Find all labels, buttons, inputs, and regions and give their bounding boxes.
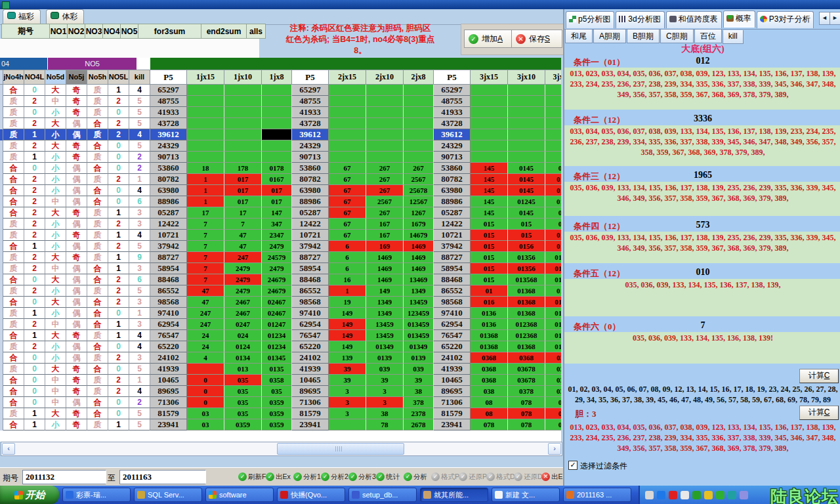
attr-cell[interactable]: 质 xyxy=(3,140,24,152)
attr-cell[interactable]: 质 xyxy=(3,319,24,330)
task-setup_db...[interactable]: setup_db... xyxy=(348,488,417,502)
network-error-icon[interactable] xyxy=(740,491,748,499)
jx-cell[interactable]: 149 xyxy=(329,341,366,352)
attr-cell[interactable]: 合 xyxy=(87,274,108,285)
attr-cell[interactable]: 2 xyxy=(24,118,45,129)
jx-cell[interactable]: 035 xyxy=(224,408,262,419)
attr-cell[interactable]: 质 xyxy=(3,408,24,419)
jx-cell[interactable] xyxy=(262,85,292,96)
attr-cell[interactable]: 1 xyxy=(108,319,129,330)
p5-cell[interactable]: 23941 xyxy=(150,419,187,430)
p5-cell[interactable]: 43728 xyxy=(292,118,329,129)
jx-cell[interactable] xyxy=(366,129,404,140)
attr-cell[interactable]: 合 xyxy=(3,174,24,185)
jx-cell[interactable]: 2678 xyxy=(404,419,434,430)
table-row[interactable]: 合0小偶质23241024013401345241021390139013924… xyxy=(0,352,561,364)
jx-cell[interactable] xyxy=(329,118,366,129)
p5-cell[interactable]: 05287 xyxy=(150,207,187,219)
tab-概率[interactable]: 概率 xyxy=(723,10,755,28)
jx-cell[interactable]: 25678 xyxy=(404,185,434,196)
jx-cell[interactable]: 67 xyxy=(329,230,366,241)
jx-cell[interactable]: 145 xyxy=(471,196,508,207)
attr-cell[interactable]: 0 xyxy=(108,107,129,118)
attr-cell[interactable]: 5 xyxy=(129,408,150,419)
jx-cell[interactable] xyxy=(224,85,262,96)
jx-cell[interactable]: 24679 xyxy=(262,285,292,297)
jx-cell[interactable]: 1349 xyxy=(404,285,434,297)
jx-cell[interactable]: 03 xyxy=(545,364,561,375)
jx-cell[interactable]: 13459 xyxy=(404,297,434,308)
signal-icon[interactable] xyxy=(681,491,689,499)
attr-cell[interactable]: 2 xyxy=(24,319,45,330)
attr-cell[interactable]: 中 xyxy=(45,375,66,386)
jx-cell[interactable]: 013 xyxy=(545,319,561,330)
shield-icon[interactable] xyxy=(692,491,701,499)
tab-P3对子分析[interactable]: P3对子分析 xyxy=(757,11,814,28)
attr-cell[interactable]: 2 xyxy=(129,397,150,408)
attr-cell[interactable]: 合 xyxy=(3,386,24,397)
attr-cell[interactable]: 偶 xyxy=(66,163,87,174)
jx-cell[interactable]: 08 xyxy=(471,408,508,419)
jx-cell[interactable] xyxy=(262,118,292,129)
attr-cell[interactable]: 2 xyxy=(108,375,129,386)
p5-cell[interactable]: 97410 xyxy=(292,308,329,319)
attr-cell[interactable]: 3 xyxy=(129,219,150,230)
jx-cell[interactable]: 0247 xyxy=(224,319,262,330)
p5-cell[interactable]: 97410 xyxy=(150,308,187,319)
jx-cell[interactable]: 01345 xyxy=(262,352,292,364)
jx-cell[interactable]: 2467 xyxy=(224,297,262,308)
jx-cell[interactable]: 0139 xyxy=(404,352,434,364)
jx-cell[interactable] xyxy=(187,364,224,375)
jx-cell[interactable] xyxy=(366,96,404,107)
attr-cell[interactable]: 合 xyxy=(87,397,108,408)
attr-cell[interactable]: 0 xyxy=(108,163,129,174)
attr-cell[interactable]: 大 xyxy=(45,330,66,341)
jx-cell[interactable] xyxy=(187,118,224,129)
jx-cell[interactable]: 039 xyxy=(404,364,434,375)
add-button[interactable]: ✓增加A xyxy=(464,30,514,48)
jx-cell[interactable]: 015 xyxy=(508,219,545,230)
p5-cell[interactable]: 10465 xyxy=(292,375,329,386)
p5-cell[interactable]: 89695 xyxy=(434,386,471,397)
jx-cell[interactable]: 01356 xyxy=(508,263,545,274)
jx-cell[interactable]: 1 xyxy=(187,196,224,207)
attr-cell[interactable]: 2 xyxy=(108,118,129,129)
toolbar-button-2[interactable]: ✓出Ex xyxy=(266,470,291,484)
jx-cell[interactable]: 01356 xyxy=(508,252,545,263)
table-row[interactable]: 合2小偶质21807821017016780782672672567807821… xyxy=(0,174,561,185)
attr-cell[interactable]: 合 xyxy=(3,375,24,386)
jx-cell[interactable]: 39 xyxy=(329,364,366,375)
attr-cell[interactable]: 奇 xyxy=(66,408,87,419)
jx-cell[interactable]: 0 xyxy=(545,163,561,174)
table-row[interactable]: 质2大奇合05243292432924329 xyxy=(0,140,561,152)
jx-cell[interactable] xyxy=(366,140,404,152)
table-row[interactable]: 质2大奇质19887277247245798872761469146988727… xyxy=(0,252,561,263)
task-快播(Qvo...[interactable]: 快播(Qvo... xyxy=(277,488,345,502)
p5-cell[interactable]: 41933 xyxy=(150,107,187,118)
jx-cell[interactable]: 7 xyxy=(187,241,224,252)
attr-cell[interactable]: 中 xyxy=(45,397,66,408)
attr-cell[interactable]: 质 xyxy=(87,107,108,118)
tab-scroll-right-icon[interactable]: ► xyxy=(830,12,840,25)
attr-cell[interactable]: 0 xyxy=(108,140,129,152)
p5-cell[interactable]: 12422 xyxy=(292,219,329,230)
jx-cell[interactable]: 267 xyxy=(366,174,404,185)
scrollbar-thumb[interactable] xyxy=(277,443,404,455)
jx-cell[interactable]: 149 xyxy=(329,308,366,319)
jx-cell[interactable]: 015 xyxy=(471,252,508,263)
attr-cell[interactable]: 合 xyxy=(87,297,108,308)
jx-cell[interactable]: 1 xyxy=(187,174,224,185)
jx-cell[interactable]: 38 xyxy=(366,408,404,419)
toolbar-button-11[interactable]: ✓还原D xyxy=(514,470,543,484)
p5-cell[interactable]: 65220 xyxy=(150,341,187,352)
jx-cell[interactable]: 01368 xyxy=(508,297,545,308)
jx-cell[interactable]: 013459 xyxy=(404,330,434,341)
attr-cell[interactable]: 偶 xyxy=(66,274,87,285)
p5-cell[interactable]: 24329 xyxy=(150,140,187,152)
p5-cell[interactable]: 90713 xyxy=(150,152,187,163)
attr-cell[interactable]: 合 xyxy=(3,297,24,308)
jx-cell[interactable]: 078 xyxy=(508,419,545,430)
p5-cell[interactable]: 65220 xyxy=(292,341,329,352)
jx-cell[interactable]: 02467 xyxy=(262,297,292,308)
attr-cell[interactable]: 奇 xyxy=(66,85,87,96)
